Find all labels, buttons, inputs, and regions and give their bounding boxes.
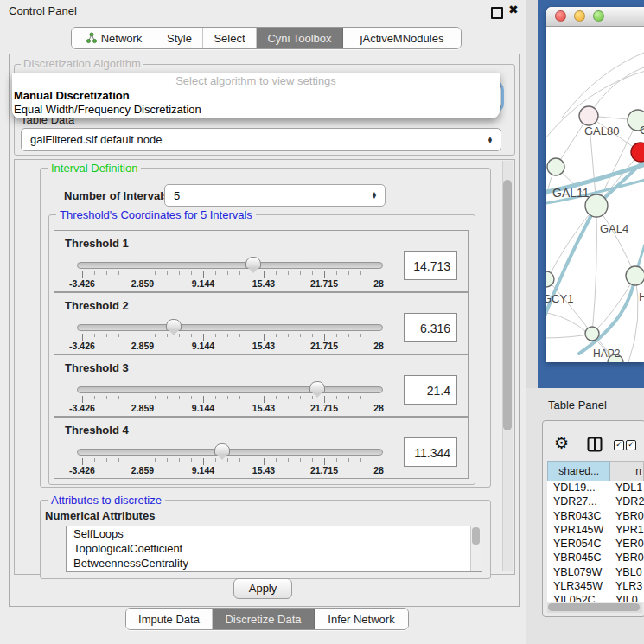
close-icon[interactable]: ✖ <box>508 3 519 16</box>
table-row[interactable]: YDR27...YDR2 <box>547 495 644 509</box>
node-gal11[interactable] <box>547 158 564 175</box>
threshold-2-slider-thumb[interactable] <box>166 319 182 331</box>
threshold-3-slider-thumb[interactable] <box>309 381 325 393</box>
table-data-value: galFiltered.sif default node <box>22 133 483 146</box>
table-row[interactable]: YIL052CYIL0 <box>547 594 644 602</box>
control-panel-titlebar: Control Panel ✖ <box>0 0 526 22</box>
table-row[interactable]: YLR345WYLR3 <box>547 580 644 594</box>
cell: YBL0 <box>615 566 644 580</box>
threshold-4-slider[interactable] <box>77 449 383 456</box>
threshold-3-value-field[interactable]: 21.4 <box>404 375 457 405</box>
attributes-group-title: Attributes to discretize <box>48 494 165 507</box>
checkbox-icon[interactable]: ✓ <box>626 440 636 450</box>
table-panel-title: Table Panel <box>548 399 607 411</box>
threshold-4-value-field[interactable]: 11.344 <box>404 437 457 467</box>
tick-label: -3.426 <box>69 403 95 413</box>
popup-option-manual-discretization[interactable]: Manual Discretization <box>14 89 130 102</box>
threshold-4-panel: Threshold 4 -3.426 2.859 9.144 15.43 21.… <box>54 417 469 479</box>
tab-cyni-toolbox[interactable]: Cyni Toolbox <box>257 28 343 48</box>
float-window-icon[interactable] <box>491 7 503 19</box>
cell: YBR0 <box>615 510 644 524</box>
cell: YIL0 <box>615 594 644 602</box>
thresholds-group-title: Threshold's Coordinates for 5 Intervals <box>56 208 256 221</box>
table-row[interactable]: YER054CYER0 <box>547 538 644 552</box>
cell: YDL1 <box>615 481 644 495</box>
mac-minimize-icon[interactable] <box>574 10 585 22</box>
cell: YER054C <box>547 538 615 552</box>
mac-zoom-icon[interactable] <box>593 10 604 22</box>
top-tab-bar: Network Style Select Cyni Toolbox jActiv… <box>71 27 462 49</box>
settings-scrollbar-thumb[interactable] <box>503 180 512 430</box>
node-red-selected[interactable] <box>631 143 644 162</box>
table-row[interactable]: YDL19...YDL1 <box>547 481 644 495</box>
node-h-partial[interactable] <box>626 266 644 285</box>
table-row[interactable]: YBR043CYBR0 <box>547 510 644 524</box>
number-of-intervals-label: Number of Intervals <box>64 189 169 202</box>
split-columns-icon[interactable] <box>587 437 603 452</box>
tick-label: 15.43 <box>252 278 275 289</box>
tab-select-label: Select <box>214 32 245 45</box>
threshold-3-slider[interactable] <box>77 386 383 393</box>
tab-select[interactable]: Select <box>203 28 257 48</box>
node-label: H <box>639 290 644 303</box>
tick-label: -3.426 <box>69 465 95 475</box>
cell: YBR045C <box>547 552 615 565</box>
table-data-combobox[interactable]: galFiltered.sif default node ▲▼ <box>21 128 501 151</box>
tick-label: 15.43 <box>252 403 275 413</box>
network-icon <box>86 32 98 44</box>
threshold-2-value-field[interactable]: 6.316 <box>404 313 457 342</box>
popup-hint-option: Select algorithm to view settings <box>12 74 500 87</box>
threshold-2-slider[interactable] <box>77 324 383 331</box>
tick-marks <box>82 271 383 278</box>
threshold-1-slider-thumb[interactable] <box>245 257 261 269</box>
threshold-1-value-field[interactable]: 14.713 <box>404 251 457 280</box>
mac-close-icon[interactable] <box>555 10 566 22</box>
spinner-arrows-icon: ▲▼ <box>367 192 381 199</box>
numerical-attributes-list[interactable]: SelfLoops TopologicalCoefficient Between… <box>66 526 482 572</box>
column-header-name[interactable]: n <box>610 461 644 481</box>
table-row[interactable]: YBR045CYBR0 <box>547 552 644 565</box>
tab-network-label: Network <box>101 32 143 45</box>
number-of-intervals-spinner[interactable]: 5 ▲▼ <box>164 184 386 207</box>
tab-style[interactable]: Style <box>156 28 203 48</box>
table-horizontal-scrollbar-thumb[interactable] <box>548 603 640 611</box>
tick-label: -3.426 <box>69 341 95 351</box>
tick-label: 2.859 <box>131 341 154 351</box>
column-header-shared-name[interactable]: shared... <box>547 461 610 481</box>
list-item[interactable]: TopologicalCoefficient <box>67 541 481 556</box>
tick-label: 21.715 <box>310 403 338 413</box>
node-label: GCY1 <box>546 292 573 305</box>
node-gal80[interactable] <box>579 106 598 125</box>
threshold-1-slider[interactable] <box>77 262 383 269</box>
gear-icon[interactable]: ⚙ <box>554 433 569 453</box>
attributes-list-scrollbar-thumb[interactable] <box>472 527 480 545</box>
list-item[interactable]: SelfLoops <box>67 526 481 541</box>
panel-title: Control Panel <box>9 4 77 17</box>
network-canvas[interactable]: GAL80 GA C GAL11 GAL4 GCY1 H HAP2 <box>546 27 644 362</box>
tab-jactivemnodules[interactable]: jActiveMNodules <box>343 28 461 48</box>
node-label: HAP2 <box>593 348 621 360</box>
tab-network[interactable]: Network <box>72 28 156 48</box>
tab-impute-data-label: Impute Data <box>138 613 200 626</box>
popup-option-equal-width-frequency[interactable]: Equal Width/Frequency Discretization <box>14 103 201 116</box>
tab-cyni-toolbox-label: Cyni Toolbox <box>267 32 331 45</box>
apply-button[interactable]: Apply <box>233 578 292 599</box>
cell: YBR043C <box>547 510 615 524</box>
node-gcy1[interactable] <box>546 271 554 287</box>
threshold-4-slider-thumb[interactable] <box>214 443 230 456</box>
cell: YER0 <box>615 538 644 552</box>
tab-style-label: Style <box>167 32 192 45</box>
checkbox-icon[interactable]: ✓ <box>614 440 624 450</box>
table-row[interactable]: YPR145WYPR1 <box>547 524 644 538</box>
tick-marks <box>82 458 383 465</box>
table-row[interactable]: YBL079WYBL0 <box>547 566 644 580</box>
tab-discretize-data[interactable]: Discretize Data <box>213 609 315 629</box>
cell: YIL052C <box>547 594 615 602</box>
tick-label: 15.43 <box>252 465 275 475</box>
tab-infer-network[interactable]: Infer Network <box>315 609 408 629</box>
list-item[interactable]: BetweennessCentrality <box>67 556 481 571</box>
tab-impute-data[interactable]: Impute Data <box>126 609 213 629</box>
node-hap2[interactable] <box>585 327 599 341</box>
tick-label: 28 <box>373 341 384 351</box>
cell: YDR27... <box>547 495 615 509</box>
